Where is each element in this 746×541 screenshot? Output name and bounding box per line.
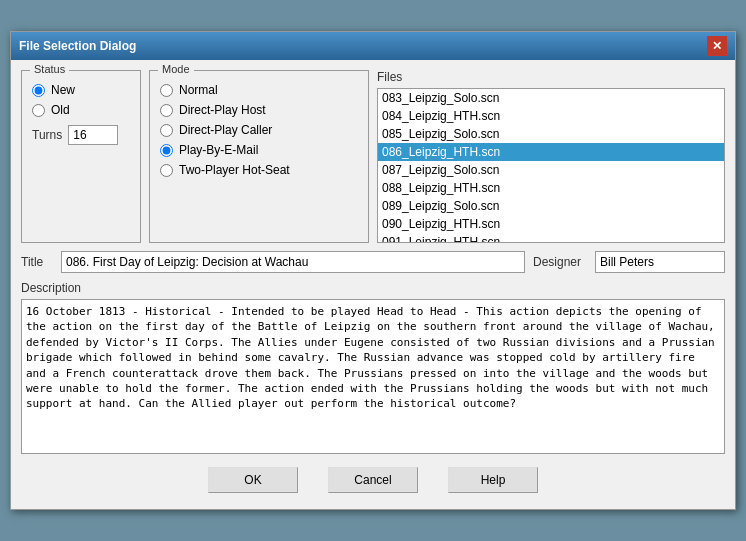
dialog-title: File Selection Dialog	[19, 39, 136, 53]
list-item[interactable]: 085_Leipzig_Solo.scn	[378, 125, 724, 143]
top-row: Status New Old Turns Mode	[21, 70, 725, 243]
dialog-body: Status New Old Turns Mode	[11, 60, 735, 509]
mode-normal-radio[interactable]	[160, 84, 173, 97]
help-button[interactable]: Help	[448, 467, 538, 493]
list-item[interactable]: 089_Leipzig_Solo.scn	[378, 197, 724, 215]
status-old-label: Old	[51, 103, 70, 117]
list-item[interactable]: 091_Leipzig_HTH.scn	[378, 233, 724, 243]
mode-pbem-option[interactable]: Play-By-E-Mail	[160, 143, 358, 157]
turns-label: Turns	[32, 128, 62, 142]
files-label: Files	[377, 70, 725, 84]
status-new-option[interactable]: New	[32, 83, 130, 97]
title-row: Title Designer	[21, 251, 725, 273]
status-legend: Status	[30, 63, 69, 75]
status-old-option[interactable]: Old	[32, 103, 130, 117]
button-row: OK Cancel Help	[21, 457, 725, 499]
list-item[interactable]: 090_Leipzig_HTH.scn	[378, 215, 724, 233]
description-label: Description	[21, 281, 725, 295]
list-item[interactable]: 086_Leipzig_HTH.scn	[378, 143, 724, 161]
mode-dph-radio[interactable]	[160, 104, 173, 117]
mode-dph-label: Direct-Play Host	[179, 103, 266, 117]
mode-group: Mode Normal Direct-Play Host Direct-Play…	[149, 70, 369, 243]
designer-label: Designer	[533, 255, 587, 269]
status-new-radio[interactable]	[32, 84, 45, 97]
mode-tphs-label: Two-Player Hot-Seat	[179, 163, 290, 177]
mode-legend: Mode	[158, 63, 194, 75]
title-label: Title	[21, 255, 53, 269]
mode-dpc-radio[interactable]	[160, 124, 173, 137]
mode-normal-label: Normal	[179, 83, 218, 97]
status-new-label: New	[51, 83, 75, 97]
mode-pbem-label: Play-By-E-Mail	[179, 143, 258, 157]
list-item[interactable]: 084_Leipzig_HTH.scn	[378, 107, 724, 125]
designer-input[interactable]	[595, 251, 725, 273]
mode-dph-option[interactable]: Direct-Play Host	[160, 103, 358, 117]
status-old-radio[interactable]	[32, 104, 45, 117]
mode-normal-option[interactable]: Normal	[160, 83, 358, 97]
description-textarea[interactable]	[21, 299, 725, 454]
mode-pbem-radio[interactable]	[160, 144, 173, 157]
mode-dpc-option[interactable]: Direct-Play Caller	[160, 123, 358, 137]
mode-dpc-label: Direct-Play Caller	[179, 123, 272, 137]
list-item[interactable]: 088_Leipzig_HTH.scn	[378, 179, 724, 197]
close-button[interactable]: ✕	[707, 36, 727, 56]
files-section: Files 083_Leipzig_Solo.scn084_Leipzig_HT…	[377, 70, 725, 243]
turns-input[interactable]	[68, 125, 118, 145]
file-list[interactable]: 083_Leipzig_Solo.scn084_Leipzig_HTH.scn0…	[377, 88, 725, 243]
status-group: Status New Old Turns	[21, 70, 141, 243]
title-input[interactable]	[61, 251, 525, 273]
turns-row: Turns	[32, 125, 130, 145]
list-item[interactable]: 083_Leipzig_Solo.scn	[378, 89, 724, 107]
ok-button[interactable]: OK	[208, 467, 298, 493]
mode-tphs-option[interactable]: Two-Player Hot-Seat	[160, 163, 358, 177]
list-item[interactable]: 087_Leipzig_Solo.scn	[378, 161, 724, 179]
cancel-button[interactable]: Cancel	[328, 467, 418, 493]
file-selection-dialog: File Selection Dialog ✕ Status New Old T…	[10, 31, 736, 510]
title-bar: File Selection Dialog ✕	[11, 32, 735, 60]
mode-tphs-radio[interactable]	[160, 164, 173, 177]
